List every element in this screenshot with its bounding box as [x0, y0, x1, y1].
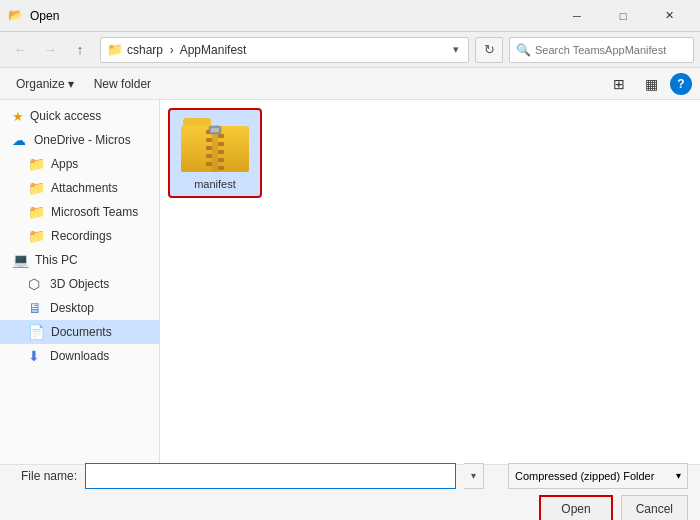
sidebar-item-thispc[interactable]: 💻 This PC: [0, 248, 159, 272]
forward-button[interactable]: →: [36, 36, 64, 64]
search-input[interactable]: [535, 44, 687, 56]
filename-input[interactable]: [85, 463, 456, 489]
desktop-label: Desktop: [50, 301, 94, 315]
address-bar[interactable]: 📁 csharp › AppManifest ▾: [100, 37, 469, 63]
preview-pane-button[interactable]: ▦: [637, 72, 666, 96]
apps-label: Apps: [51, 157, 78, 171]
organize-button[interactable]: Organize ▾: [8, 72, 82, 96]
3dobjects-icon: ⬡: [28, 276, 44, 292]
recordings-label: Recordings: [51, 229, 112, 243]
svg-rect-7: [206, 154, 212, 158]
minimize-button[interactable]: ─: [554, 0, 600, 32]
sidebar-item-apps[interactable]: 📁 Apps: [0, 152, 159, 176]
thispc-label: This PC: [35, 253, 78, 267]
downloads-label: Downloads: [50, 349, 109, 363]
search-bar[interactable]: 🔍: [509, 37, 694, 63]
window-icon: 📂: [8, 8, 24, 24]
window-title: Open: [30, 9, 554, 23]
filetype-dropdown-icon: ▾: [676, 470, 681, 481]
up-button[interactable]: ↑: [66, 36, 94, 64]
view-toggle-button[interactable]: ⊞: [605, 72, 633, 96]
3dobjects-label: 3D Objects: [50, 277, 109, 291]
sidebar-item-onedrive[interactable]: ☁ OneDrive - Micros: [0, 128, 159, 152]
manifest-file-item[interactable]: manifest: [170, 110, 260, 196]
onedrive-icon: ☁: [12, 132, 28, 148]
sidebar-item-msteams[interactable]: 📁 Microsoft Teams: [0, 200, 159, 224]
address-folder-icon: 📁: [107, 42, 123, 57]
new-folder-button[interactable]: New folder: [86, 72, 159, 96]
documents-folder-icon: 📄: [28, 324, 45, 340]
svg-rect-15: [211, 128, 219, 132]
star-icon: ★: [12, 109, 24, 124]
downloads-folder-icon: ⬇: [28, 348, 44, 364]
svg-rect-6: [206, 146, 212, 150]
cancel-button[interactable]: Cancel: [621, 495, 688, 521]
file-area: manifest: [160, 100, 700, 464]
open-button[interactable]: Open: [539, 495, 612, 521]
main-area: ★ Quick access ☁ OneDrive - Micros 📁 App…: [0, 100, 700, 464]
sidebar-item-quick-access[interactable]: ★ Quick access: [0, 104, 159, 128]
svg-rect-11: [218, 150, 224, 154]
desktop-folder-icon: 🖥: [28, 300, 44, 316]
sidebar-item-documents[interactable]: 📄 Documents: [0, 320, 159, 344]
sidebar-item-3dobjects[interactable]: ⬡ 3D Objects: [0, 272, 159, 296]
quick-access-label: Quick access: [30, 109, 101, 123]
svg-rect-8: [206, 162, 212, 166]
svg-rect-13: [218, 166, 224, 170]
svg-rect-9: [218, 134, 224, 138]
sidebar-item-attachments[interactable]: 📁 Attachments: [0, 176, 159, 200]
sidebar: ★ Quick access ☁ OneDrive - Micros 📁 App…: [0, 100, 160, 464]
back-button[interactable]: ←: [6, 36, 34, 64]
filename-dropdown-button[interactable]: ▾: [464, 463, 484, 489]
onedrive-label: OneDrive - Micros: [34, 133, 131, 147]
refresh-button[interactable]: ↻: [475, 37, 503, 63]
svg-rect-10: [218, 142, 224, 146]
svg-rect-12: [218, 158, 224, 162]
zip-folder-icon: [181, 116, 249, 174]
bottom-row1: File name: ▾ Compressed (zipped) Folder …: [12, 463, 688, 489]
bottom-bar-inner: File name: ▾ Compressed (zipped) Folder …: [12, 463, 688, 521]
sidebar-item-recordings[interactable]: 📁 Recordings: [0, 224, 159, 248]
maximize-button[interactable]: □: [600, 0, 646, 32]
close-button[interactable]: ✕: [646, 0, 692, 32]
sidebar-item-desktop[interactable]: 🖥 Desktop: [0, 296, 159, 320]
svg-rect-5: [206, 138, 212, 142]
filetype-select[interactable]: Compressed (zipped) Folder ▾: [508, 463, 688, 489]
filename-label: File name:: [12, 469, 77, 483]
toolbar: Organize ▾ New folder ⊞ ▦ ?: [0, 68, 700, 100]
bottom-row2: Open Cancel: [12, 495, 688, 521]
help-button[interactable]: ?: [670, 73, 692, 95]
address-dropdown-button[interactable]: ▾: [450, 43, 462, 56]
attachments-folder-icon: 📁: [28, 180, 45, 196]
msteams-folder-icon: 📁: [28, 204, 45, 220]
search-icon: 🔍: [516, 43, 531, 57]
thispc-icon: 💻: [12, 252, 29, 268]
documents-label: Documents: [51, 325, 112, 339]
bottom-bar: File name: ▾ Compressed (zipped) Folder …: [0, 464, 700, 520]
file-label-manifest: manifest: [194, 178, 236, 190]
msteams-label: Microsoft Teams: [51, 205, 138, 219]
filetype-label: Compressed (zipped) Folder: [515, 470, 654, 482]
attachments-label: Attachments: [51, 181, 118, 195]
address-path: csharp › AppManifest: [127, 43, 450, 57]
apps-folder-icon: 📁: [28, 156, 45, 172]
recordings-folder-icon: 📁: [28, 228, 45, 244]
title-bar: 📂 Open ─ □ ✕: [0, 0, 700, 32]
navigation-bar: ← → ↑ 📁 csharp › AppManifest ▾ ↻ 🔍: [0, 32, 700, 68]
sidebar-item-downloads[interactable]: ⬇ Downloads: [0, 344, 159, 368]
window-controls: ─ □ ✕: [554, 0, 692, 32]
